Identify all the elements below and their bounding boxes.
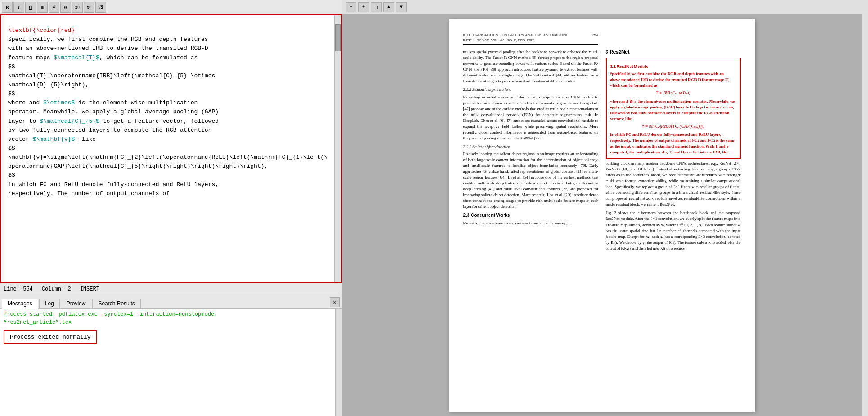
pdf-left-subsec1: 2.2.2 Semantic segmentation.	[463, 87, 598, 93]
italic-button[interactable]: I	[13, 2, 24, 13]
underline-button[interactable]: U	[25, 2, 36, 13]
editor-status-bar: Line: 554 Column: 2 INSERT	[0, 283, 342, 295]
code-line: \mathbf{v}=\sigma\left(\mathrm{FC}_{2}\l…	[8, 154, 328, 170]
pdf-highlight-p2: where and ⊗ is the element-wise multipli…	[610, 98, 736, 122]
tab-search-results[interactable]: Search Results	[92, 299, 140, 308]
pdf-scroll-area[interactable]: IEEE TRANSACTIONS ON PATTERN ANALYSIS AN…	[342, 14, 868, 416]
status-mode: INSERT	[80, 286, 99, 292]
messages-panel: Messages Log Preview Search Results ✕ Pr…	[0, 295, 342, 416]
pdf-zoom-in[interactable]: +	[358, 2, 369, 12]
pdf-page[interactable]: IEEE TRANSACTIONS ON PATTERN ANALYSIS AN…	[342, 14, 862, 416]
pdf-section-title: 3 Res2Net	[606, 49, 741, 56]
pdf-left-column: IEEE TRANSACTIONS ON PATTERN ANALYSIS AN…	[463, 32, 598, 254]
pdf-highlight-p3: in which FC and ReLU denote fully-connec…	[610, 132, 736, 155]
editor-toolbar: B I U ≡ ↵ ss x□ x□ √x̄	[0, 0, 342, 14]
code-line: vector $\mathbf{v}$, like	[8, 136, 96, 143]
code-cyan3: $\mathcal{C}_{5}$	[40, 118, 99, 125]
editor-panel: B I U ≡ ↵ ss x□ x□ √x̄ \textbf{\color{re…	[0, 0, 342, 416]
pdf-page-prev[interactable]: ▲	[383, 2, 394, 12]
pdf-left-p2: Extracting essential contextual informat…	[463, 94, 598, 141]
pdf-zoom-out[interactable]: −	[346, 2, 356, 12]
pdf-highlight-box: 3.1 Res2Net Module Specifically, we firs…	[606, 58, 741, 159]
tab-messages[interactable]: Messages	[2, 299, 38, 309]
code-line: $$	[8, 90, 15, 97]
fx-button[interactable]: √x̄	[95, 2, 106, 13]
process-exited-text: Process exited normally	[10, 334, 90, 340]
pdf-right-p1: building block in many modern backbone C…	[606, 161, 741, 207]
pdf-header: IEEE TRANSACTIONS ON PATTERN ANALYSIS AN…	[463, 32, 598, 45]
pdf-content: IEEE TRANSACTIONS ON PATTERN ANALYSIS AN…	[449, 19, 755, 412]
code-line: where and $\otimes$ is the element-wise …	[8, 99, 198, 106]
messages-scrollbar[interactable]	[335, 309, 342, 416]
code-line: feature maps $\mathcal{T}$, which can be…	[8, 54, 198, 61]
status-line: Line: 554	[4, 286, 33, 292]
process-line-1: Process started: pdflatex.exe -synctex=1…	[4, 311, 332, 318]
code-line: respectively. The number of output chann…	[8, 190, 170, 197]
scrollbar-thumb[interactable]	[335, 24, 341, 51]
close-messages-button[interactable]: ✕	[330, 297, 340, 307]
align-button[interactable]: ≡	[37, 2, 48, 13]
pdf-math2: v = σ(FC₂(ReLU(FC₁(GAP(C₅))))),	[610, 124, 736, 130]
pdf-page-next[interactable]: ▼	[396, 2, 407, 12]
messages-content: Process started: pdflatex.exe -synctex=1…	[0, 309, 335, 416]
editor-scrollbar[interactable]	[334, 15, 341, 282]
code-editor[interactable]: \textbf{\color{red} Specifically, we fir…	[0, 14, 342, 283]
code-line: \mathcal{T}=\operatorname{IRB}\left(\mat…	[8, 72, 215, 79]
bold-button[interactable]: B	[2, 2, 13, 13]
pdf-math1: Τ = IRB (C₅ ⊗ D₅),	[610, 90, 736, 97]
code-line: $$	[8, 172, 15, 179]
code-cyan4: $\mathbf{v}$	[33, 136, 75, 143]
superscript-button[interactable]: x□	[84, 2, 94, 13]
ss-button[interactable]: ss	[60, 2, 71, 13]
tab-preview[interactable]: Preview	[61, 299, 92, 308]
code-line: Specifically, we first combine the RGB a…	[8, 36, 208, 43]
status-column: Column: 2	[42, 286, 71, 292]
pdf-header-left: IEEE TRANSACTIONS ON PATTERN ANALYSIS AN…	[463, 32, 593, 43]
pdf-fit[interactable]: ▢	[371, 2, 382, 12]
code-cyan2: $\otimes$	[43, 99, 75, 106]
pdf-subsection-title: 3.1 Res2Net Module	[610, 64, 736, 70]
line-numbers	[1, 15, 4, 282]
code-cyan: $\mathcal{T}$	[54, 54, 99, 61]
code-line: \mathcal{D}_{5}\right),	[8, 81, 89, 88]
pdf-panel: − + ▢ ▲ ▼ IEEE TRANSACTIONS ON PATTERN A…	[342, 0, 868, 416]
pdf-left-p4: Recently, there are some concurrent work…	[463, 220, 598, 226]
pdf-toolbar: − + ▢ ▲ ▼	[342, 0, 868, 14]
code-line: $$	[8, 145, 15, 152]
pdf-left-sec3: 2.3 Concurrent Works	[463, 212, 598, 219]
code-line: $$	[8, 63, 15, 70]
code-line: layer to $\mathcal{C}_{5}$ to get a feat…	[8, 118, 219, 125]
pdf-right-p2: Fig. 2 shows the differences between the…	[606, 210, 741, 251]
pdf-highlight-p1: Specifically, we first combine the RGB a…	[610, 71, 736, 89]
subscript-button[interactable]: x□	[72, 2, 83, 13]
process-exited-box: Process exited normally	[4, 330, 97, 344]
pdf-left-subsec2: 2.2.3 Salient object detection.	[463, 144, 598, 150]
code-text[interactable]: \textbf{\color{red} Specifically, we fir…	[4, 15, 334, 282]
process-line-2: “res2net_article”.tex	[4, 319, 332, 326]
enter-button[interactable]: ↵	[49, 2, 59, 13]
tab-log[interactable]: Log	[39, 299, 60, 308]
code-line: by two fully-connected layers to compute…	[8, 127, 211, 134]
code-keyword-red: \textbf{\color{red}	[8, 27, 75, 34]
code-line: with an above-mentioned IRB to derive th…	[8, 45, 208, 52]
pdf-left-p1: utilizes spatial pyramid pooling after t…	[463, 49, 598, 84]
pdf-header-right: 654	[592, 32, 598, 43]
pdf-scrollbar[interactable]	[862, 14, 868, 416]
code-line: operator. Meanwhile, we apply a global a…	[8, 108, 219, 115]
pdf-left-p3: Precisely locating the salient object re…	[463, 151, 598, 210]
messages-tabs: Messages Log Preview Search Results ✕	[0, 295, 342, 309]
pdf-right-column: 3 Res2Net 3.1 Res2Net Module Specificall…	[606, 32, 741, 254]
code-line: in which FC and ReLU denote fully-connec…	[8, 181, 219, 188]
